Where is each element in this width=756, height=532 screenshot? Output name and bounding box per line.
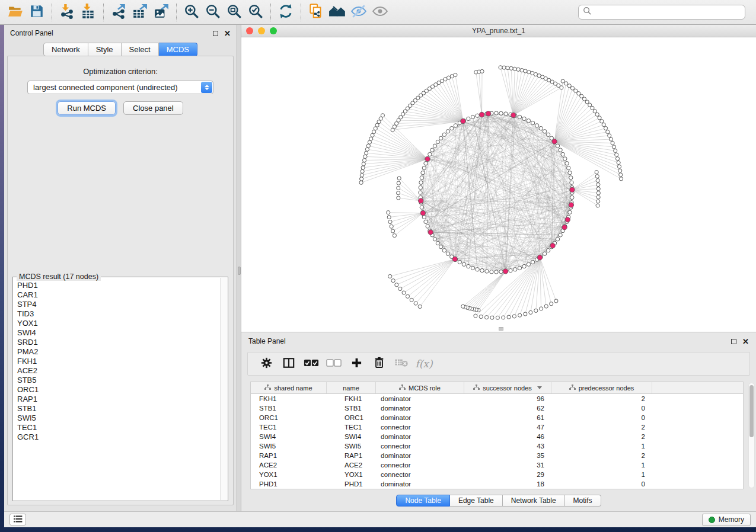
float-panel-icon[interactable] [213,31,218,36]
mcds-result-item[interactable]: PHD1 [17,281,219,290]
cell-MCDS-role: dominator [376,405,464,412]
splitter-grip[interactable] [238,267,241,275]
mcds-result-list[interactable]: PHD1CAR1STP4TID3YOX1SWI4SRD1PMA2FKH1ACE2… [14,278,219,499]
table-row[interactable]: STB1STB1dominator620 [251,403,743,413]
tab-network[interactable]: Network [43,43,88,56]
table-panel: Table Panel ✕ f(x) shared [241,332,756,511]
mcds-result-item[interactable]: SWI4 [17,328,219,338]
toggle-column-view-button[interactable] [277,354,300,373]
mcds-result-item[interactable]: STP4 [17,300,219,309]
network-titlebar[interactable]: YPA_prune.txt_1 [241,25,756,37]
horizontal-splitter-grip[interactable] [499,327,503,331]
export-network-button[interactable] [108,2,129,23]
select-all-rows-button[interactable] [300,354,323,373]
mcds-result-item[interactable]: RAP1 [17,395,219,404]
zoom-in-button[interactable] [181,2,202,23]
tab-mcds[interactable]: MCDS [159,43,197,56]
cell-successor-nodes: 96 [464,395,551,402]
mcds-result-item[interactable]: TID3 [17,309,219,319]
cell-predecessor-nodes: 1 [551,462,652,469]
mcds-result-item[interactable]: PMA2 [17,347,219,357]
table-row[interactable]: SWI5SWI5connector431 [251,441,743,451]
mcds-result-item[interactable]: YOX1 [17,319,219,328]
network-canvas[interactable] [241,37,756,332]
close-panel-button[interactable]: Close panel [123,101,183,115]
network-view-window: YPA_prune.txt_1 [241,25,756,332]
float-table-panel-icon[interactable] [731,339,736,344]
cell-name: STB1 [327,405,376,412]
close-panel-icon[interactable]: ✕ [224,31,231,36]
table-row[interactable]: FKH1FKH1dominator962 [251,394,743,403]
documents-share-icon [308,3,324,22]
new-network-from-selection-button[interactable] [305,2,327,23]
mcds-result-item[interactable]: CAR1 [17,290,219,300]
table-row[interactable]: ACE2ACE2connector311 [251,460,743,470]
mcds-result-item[interactable]: STB5 [17,376,219,385]
table-row[interactable]: RAP1RAP1dominator352 [251,451,743,460]
tab-select[interactable]: Select [122,43,159,56]
task-history-button[interactable] [9,514,26,525]
tab-network-table[interactable]: Network Table [503,495,565,507]
search-input[interactable] [592,8,741,17]
table-row[interactable]: TEC1TEC1connector472 [251,422,743,432]
mcds-result-item[interactable]: SRD1 [17,338,219,347]
cell-name: TEC1 [327,424,376,431]
table-scrollbar-thumb[interactable] [749,385,754,437]
show-all-button[interactable] [369,2,391,23]
mcds-result-item[interactable]: STB1 [17,404,219,414]
mcds-result-item[interactable]: TEC1 [17,423,219,432]
zoom-selected-icon [248,4,263,21]
mcds-result-item[interactable]: ACE2 [17,366,219,376]
column-header-MCDS-role[interactable]: MCDS role [376,382,464,393]
tab-motifs[interactable]: Motifs [565,495,601,507]
search-field[interactable] [578,5,745,20]
import-table-button[interactable] [78,2,99,23]
memory-button[interactable]: Memory [702,514,751,526]
optimization-criterion-select[interactable]: largest connected component (undirected) [27,81,213,94]
mcds-result-item[interactable]: ORC1 [17,385,219,395]
column-header-predecessor-nodes[interactable]: predecessor nodes [551,382,652,393]
cell-MCDS-role: dominator [376,395,464,402]
hide-selected-button[interactable] [348,2,369,23]
tab-style[interactable]: Style [88,43,122,56]
delete-table-button[interactable] [390,354,413,373]
double-home-icon [328,4,346,21]
zoom-fit-button[interactable] [224,2,245,23]
zoom-out-button[interactable] [202,2,224,23]
column-header-successor-nodes[interactable]: successor nodes [464,382,551,393]
create-column-button[interactable] [345,354,368,373]
export-table-button[interactable] [129,2,151,23]
mcds-result-item[interactable]: SWI5 [17,414,219,423]
table-row[interactable]: ORC1ORC1dominator610 [251,413,743,422]
mcds-result-item[interactable]: GCR1 [17,432,219,442]
table-row[interactable]: YOX1YOX1connector291 [251,470,743,479]
delete-column-button[interactable] [368,354,390,373]
first-neighbors-button[interactable] [327,2,348,23]
table-row[interactable]: SWI4SWI4dominator462 [251,432,743,441]
import-network-button[interactable] [56,2,78,23]
table-scrollbar[interactable] [748,383,755,488]
column-header-shared-name[interactable]: shared name [251,382,327,393]
close-table-panel-icon[interactable]: ✕ [742,339,749,344]
tab-edge-table[interactable]: Edge Table [450,495,503,507]
cell-shared-name: SWI5 [251,443,327,450]
open-session-button[interactable] [5,2,26,23]
columns-icon [283,357,295,371]
vertical-splitter[interactable] [237,25,241,511]
toolbar-separator [52,4,52,21]
deselect-all-rows-button[interactable] [323,354,345,373]
export-image-button[interactable] [151,2,172,23]
main-toolbar [0,0,756,25]
table-row[interactable]: PHD1PHD1dominator180 [251,479,743,489]
mcds-result-item[interactable]: FKH1 [17,357,219,366]
column-header-name[interactable]: name [327,382,376,393]
zoom-selected-button[interactable] [245,2,266,23]
function-builder-button[interactable]: f(x) [413,354,435,373]
run-mcds-button[interactable]: Run MCDS [58,101,116,115]
table-settings-button[interactable] [255,354,277,373]
cell-MCDS-role: dominator [376,414,464,421]
tab-node-table[interactable]: Node Table [396,495,450,507]
mcds-list-scrollbar[interactable] [220,278,227,500]
refresh-layout-button[interactable] [275,2,296,23]
save-session-button[interactable] [26,2,47,23]
